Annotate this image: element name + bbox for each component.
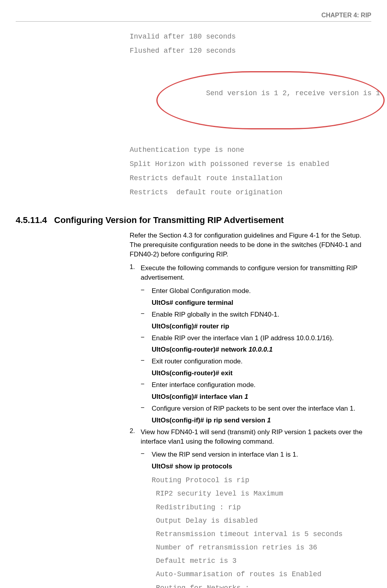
substep-text: Configure version of RIP packets to be s… (152, 404, 371, 413)
header-divider (16, 21, 371, 22)
dash-marker: − (141, 404, 152, 413)
code-line: Flushed after 120 seconds (130, 44, 371, 58)
output-line: Auto-Summarisation of routes is Enabled (152, 568, 371, 581)
command-line: UltOs(config)# router rip (152, 323, 371, 330)
code-line: Split Horizon with poissoned reverse is … (130, 157, 371, 171)
red-circle-annotation (156, 71, 385, 129)
code-line: Authentication type is none (130, 143, 371, 157)
code-line-circled: Send version is 1 2, receive version is … (130, 58, 371, 143)
substep-text: Enter Global Configuration mode. (152, 286, 371, 296)
output-line: Routing Protocol is rip (152, 474, 371, 487)
dash-marker: − (141, 357, 152, 366)
step-text: View how FDN40-1 will send (transmit) on… (141, 428, 371, 446)
page-header-chapter: CHAPTER 4: RIP (16, 12, 371, 19)
substep: − Configure version of RIP packets to be… (141, 404, 371, 413)
step-2: 2. View how FDN40-1 will send (transmit)… (130, 428, 371, 446)
code-line: Invalid after 180 seconds (130, 29, 371, 44)
step-number: 1. (130, 264, 141, 282)
circled-text: Send version is 1 2, receive version is … (206, 89, 380, 97)
step-1: 1. Execute the following commands to con… (130, 264, 371, 282)
command-line: UltOs(config)# interface vlan 1 (152, 393, 371, 401)
output-line: Retransmission timeout interval is 5 sec… (152, 527, 371, 541)
dash-marker: − (141, 380, 152, 390)
command-output: Routing Protocol is rip RIP2 security le… (152, 474, 371, 588)
substep: − View the RIP send version in interface… (141, 450, 371, 459)
command-line: UltOs(config-router)# network 10.0.0.1 (152, 346, 371, 354)
command-line: UltOs(config-if)# ip rip send version 1 (152, 417, 371, 424)
output-line: Output Delay is disabled (152, 514, 371, 527)
dash-marker: − (141, 286, 152, 296)
command-line: UltOs(config-router)# exit (152, 369, 371, 377)
code-line: Restricts default route origination (130, 185, 371, 199)
output-line: Number of retransmission retries is 36 (152, 541, 371, 554)
intro-paragraph: Refer the Section 4.3 for configuration … (130, 231, 371, 259)
section-title: Configuring Version for Transmitting RIP… (54, 215, 284, 225)
dash-marker: − (141, 450, 152, 459)
output-line: Redistributing : rip (152, 501, 371, 514)
substep-text: View the RIP send version in interface v… (152, 450, 371, 459)
step-number: 2. (130, 428, 141, 446)
section-number: 4.5.11.4 (16, 215, 54, 225)
output-line: RIP2 security level is Maximum (152, 487, 371, 500)
command-line: UltOs# configure terminal (152, 299, 371, 307)
substep-text: Enable RIP over the interface vlan 1 (IP… (152, 334, 371, 343)
substep: − Enable RIP globally in the switch FDN4… (141, 310, 371, 319)
top-code-output: Invalid after 180 seconds Flushed after … (130, 29, 371, 199)
section-heading: 4.5.11.4 Configuring Version for Transmi… (16, 215, 371, 225)
substep: − Enable RIP over the interface vlan 1 (… (141, 334, 371, 343)
code-line: Restricts default route installation (130, 171, 371, 185)
output-line: Default metric is 3 (152, 554, 371, 568)
substep-text: Enable RIP globally in the switch FDN40-… (152, 310, 371, 319)
command-line: UltOs# show ip protocols (152, 463, 371, 470)
substep-text: Exit router configuration mode. (152, 357, 371, 366)
substep-text: Enter interface configuration mode. (152, 380, 371, 390)
step-text: Execute the following commands to config… (141, 264, 371, 282)
dash-marker: − (141, 334, 152, 343)
substep: − Enter interface configuration mode. (141, 380, 371, 390)
output-line: Routing for Networks : (152, 581, 371, 588)
substep: − Enter Global Configuration mode. (141, 286, 371, 296)
dash-marker: − (141, 310, 152, 319)
substep: − Exit router configuration mode. (141, 357, 371, 366)
